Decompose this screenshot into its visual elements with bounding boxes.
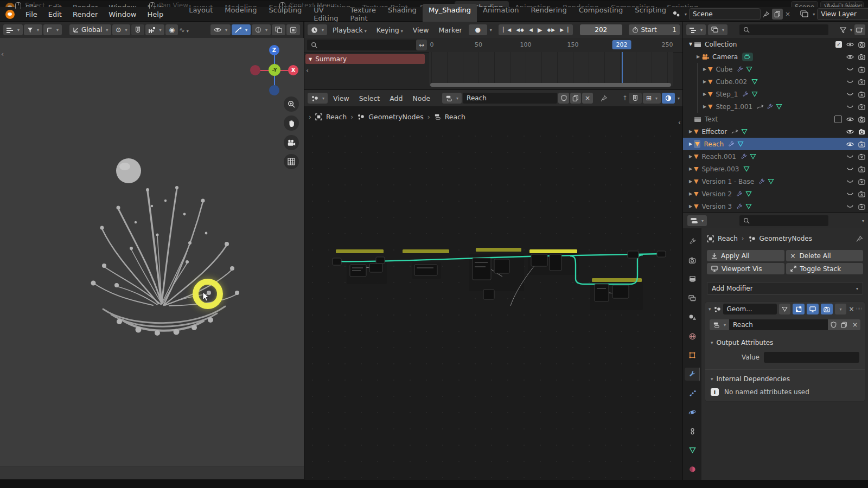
gizmo-neg-z-axis[interactable] bbox=[269, 85, 279, 95]
menu-window[interactable]: Window bbox=[103, 10, 142, 18]
eye-open-icon[interactable] bbox=[846, 129, 854, 134]
gizmos-toggle[interactable]: ▾ bbox=[232, 24, 251, 35]
collection-checkbox[interactable]: ✓ bbox=[835, 41, 842, 48]
constraints-tab-icon[interactable] bbox=[685, 425, 700, 438]
frame-label-2[interactable] bbox=[403, 249, 449, 253]
render-tab-icon[interactable] bbox=[685, 254, 700, 267]
viewport-display-toggle[interactable] bbox=[807, 304, 819, 314]
scene-selector[interactable]: Scene bbox=[689, 8, 761, 20]
breadcrumb-modifier[interactable]: GeometryNodes bbox=[760, 235, 812, 242]
frame-start-field[interactable]: Start 1 bbox=[629, 24, 680, 35]
eye-open-icon[interactable] bbox=[846, 117, 854, 122]
transform-orientation-dropdown[interactable]: Global▾ bbox=[69, 24, 111, 35]
unlink-node-group-button[interactable]: × bbox=[850, 319, 860, 330]
view-layer-tab-icon[interactable] bbox=[685, 292, 700, 305]
eye-open-icon[interactable] bbox=[846, 142, 854, 147]
eye-closed-icon[interactable] bbox=[846, 204, 854, 209]
eye-closed-icon[interactable] bbox=[846, 167, 854, 171]
modifier-name-field[interactable]: Geom... bbox=[723, 304, 777, 314]
outliner-row-step-1[interactable]: ▶ ▼ Step_1 bbox=[683, 88, 868, 100]
display-mode-dropdown[interactable]: ▾ bbox=[686, 24, 706, 35]
sphere-object[interactable] bbox=[116, 158, 141, 183]
current-frame-field[interactable]: 202 bbox=[580, 24, 622, 35]
camera-view-button[interactable] bbox=[284, 135, 299, 150]
pan-hand-button[interactable] bbox=[284, 115, 299, 131]
timeline-playhead[interactable] bbox=[622, 52, 623, 86]
render-camera-on-icon[interactable] bbox=[858, 116, 865, 123]
eye-open-icon[interactable] bbox=[846, 54, 854, 60]
menu-edit[interactable]: Edit bbox=[43, 10, 67, 18]
eye-closed-icon[interactable] bbox=[846, 80, 854, 84]
timeline-region-chevron[interactable]: ‹ bbox=[306, 66, 309, 74]
properties-search-input[interactable] bbox=[739, 215, 828, 226]
pivot-point-dropdown[interactable]: ⊙▾ bbox=[112, 24, 130, 35]
shading-mode-icon[interactable] bbox=[286, 24, 300, 35]
modifiers-tab-icon[interactable] bbox=[685, 368, 700, 381]
render-camera-off-icon[interactable] bbox=[858, 79, 865, 85]
menu-marker[interactable]: Marker bbox=[435, 26, 467, 34]
outliner-row-step-1-001[interactable]: ▶ ▼ Step_1.001 bbox=[683, 100, 868, 113]
breadcrumb-object[interactable]: Reach bbox=[718, 235, 738, 242]
render-camera-off-icon[interactable] bbox=[858, 66, 865, 73]
select-tool-dropdown[interactable]: ▾ bbox=[24, 24, 42, 35]
render-camera-off-icon[interactable] bbox=[858, 178, 865, 185]
render-camera-off-icon[interactable] bbox=[858, 166, 865, 172]
prev-keyframe-button[interactable]: ◀◆ bbox=[514, 27, 527, 33]
toolbar-expand-chevron[interactable]: ‹ bbox=[1, 50, 4, 58]
eye-closed-icon[interactable] bbox=[846, 92, 854, 97]
snapping-dropdown[interactable]: ▾ bbox=[145, 24, 164, 35]
eye-closed-icon[interactable] bbox=[846, 105, 854, 109]
realtime-display-toggle[interactable] bbox=[793, 304, 805, 314]
blender-logo[interactable] bbox=[5, 10, 15, 19]
apply-all-button[interactable]: Apply All bbox=[707, 250, 784, 261]
proportional-falloff-icon[interactable]: ∿▾ bbox=[179, 26, 189, 34]
render-display-toggle[interactable] bbox=[821, 304, 833, 314]
menu-keying[interactable]: Keying▾ bbox=[372, 26, 407, 34]
snap-magnet-toggle[interactable] bbox=[131, 24, 144, 35]
filter-funnel-icon[interactable] bbox=[840, 27, 846, 33]
menu-view[interactable]: View bbox=[409, 26, 433, 34]
material-tab-icon[interactable] bbox=[685, 463, 700, 476]
collapse-modifier-chevron[interactable]: ▾ bbox=[709, 306, 711, 312]
scene-tab-icon[interactable] bbox=[685, 311, 700, 324]
frame-label-3[interactable] bbox=[476, 248, 521, 252]
node-group-browse-button[interactable]: ▾ bbox=[710, 319, 729, 330]
eye-closed-icon[interactable] bbox=[846, 155, 854, 159]
render-camera-on-icon[interactable] bbox=[858, 129, 865, 135]
remove-modifier-button[interactable]: × bbox=[848, 305, 854, 313]
render-camera-on-icon[interactable] bbox=[858, 54, 865, 60]
render-camera-off-icon[interactable] bbox=[858, 153, 865, 160]
render-camera-off-icon[interactable] bbox=[858, 91, 865, 98]
view-layer-icon[interactable] bbox=[800, 10, 809, 18]
jump-to-end-button[interactable]: ▶▕ bbox=[558, 27, 571, 33]
tool-tab-icon[interactable] bbox=[685, 235, 700, 248]
outliner-row-reach-active[interactable]: ▶ ▼ Reach bbox=[683, 138, 868, 150]
proportional-editing-toggle[interactable]: ◉ bbox=[165, 24, 177, 35]
sidebar-expand-chevron[interactable]: ‹ bbox=[678, 118, 681, 126]
next-keyframe-button[interactable]: ◆▶ bbox=[545, 27, 558, 33]
gizmo-x-axis[interactable]: X bbox=[288, 65, 298, 75]
toggle-stack-button[interactable]: Toggle Stack bbox=[786, 263, 864, 274]
gizmo-neg-x-axis[interactable] bbox=[250, 65, 260, 75]
object-tab-icon[interactable] bbox=[685, 349, 700, 362]
editor-type-clock-icon[interactable]: ▾ bbox=[308, 24, 327, 35]
copy-node-group-button[interactable] bbox=[839, 319, 850, 330]
current-frame-badge[interactable]: 202 bbox=[612, 40, 631, 49]
menu-file[interactable]: File bbox=[20, 10, 43, 18]
new-collection-button[interactable] bbox=[854, 24, 865, 35]
keying-set-dropdown-icon[interactable]: ▾ bbox=[490, 28, 492, 33]
internal-dependencies-section-header[interactable]: ▾Internal Dependencies bbox=[705, 370, 865, 385]
pin-icon[interactable] bbox=[856, 235, 863, 242]
play-reverse-button[interactable]: ◀ bbox=[527, 27, 535, 33]
output-tab-icon[interactable] bbox=[685, 273, 700, 286]
jump-to-start-button[interactable]: ▏◀ bbox=[501, 27, 514, 33]
modifier-extras-dropdown[interactable]: ▾ bbox=[835, 304, 847, 314]
output-attributes-section-header[interactable]: ▾Output Attributes bbox=[705, 333, 865, 349]
value-attribute-field[interactable] bbox=[764, 352, 859, 363]
outliner-row-text[interactable]: Text bbox=[683, 113, 868, 125]
eye-closed-icon[interactable] bbox=[846, 179, 854, 184]
copy-scene-button[interactable] bbox=[772, 9, 783, 20]
outliner-row-sphere-003[interactable]: ▶ ▼ Sphere.003 bbox=[683, 163, 868, 175]
editor-type-properties-icon[interactable]: ▾ bbox=[687, 215, 707, 226]
outliner-row-version-2[interactable]: ▶ ▼ Version 2 bbox=[683, 188, 868, 200]
